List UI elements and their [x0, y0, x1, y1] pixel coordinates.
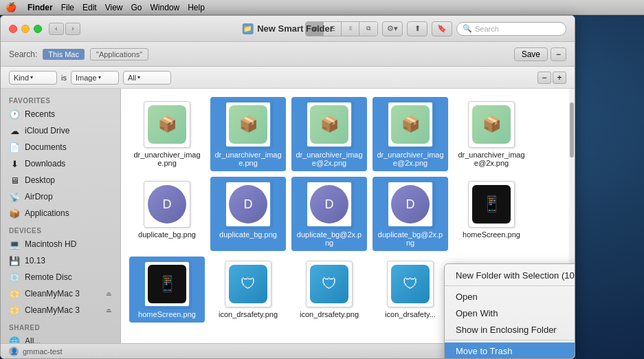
search-save-area: Save − — [514, 47, 566, 61]
save-button[interactable]: Save — [514, 47, 548, 61]
airdrop-label: AirDrop — [25, 192, 53, 202]
unarchiver-thumb: 📦 — [148, 105, 186, 144]
menu-edit[interactable]: Edit — [82, 3, 97, 12]
menu-go[interactable]: Go — [131, 3, 142, 12]
macintosh-hd-label: Macintosh HD — [25, 239, 76, 249]
recents-icon: 🕐 — [9, 109, 20, 120]
forward-button[interactable]: › — [65, 23, 80, 35]
chevron-down-icon-2: ▾ — [98, 74, 101, 80]
menu-view[interactable]: View — [105, 3, 123, 12]
ctx-open-with-label: Open With — [456, 308, 498, 318]
sidebar-item-documents[interactable]: 📄 Documents — [1, 139, 120, 155]
sidebar-item-applications[interactable]: 📦 Applications — [1, 205, 120, 221]
desktop-icon: 🖥 — [9, 175, 20, 186]
kind-filter[interactable]: Kind ▾ — [9, 71, 57, 85]
image-filter[interactable]: Image ▾ — [71, 71, 119, 85]
eject-icon-2[interactable]: ⏏ — [106, 307, 112, 314]
ctx-show-enclosing[interactable]: Show in Enclosing Folder — [445, 321, 575, 338]
file-item[interactable]: 📱 homeScreen.png — [129, 257, 205, 323]
scope-this-mac[interactable]: This Mac — [43, 49, 85, 60]
sidebar-item-macintosh-hd[interactable]: 💻 Macintosh HD — [1, 236, 120, 252]
documents-icon: 📄 — [9, 142, 20, 153]
titlebar: ‹ › 📁 New Smart Folder ⊞ ☰ ⫴ ⧉ ⚙▾ ⬆ 🔖 🔍 … — [1, 16, 575, 42]
view-cover-button[interactable]: ⧉ — [359, 22, 377, 36]
sidebar-item-airdrop[interactable]: 📡 AirDrop — [1, 188, 120, 205]
sidebar-item-recents[interactable]: 🕐 Recents — [1, 106, 120, 122]
menubar: 🍎 Finder File Edit View Go Window Help — [0, 0, 644, 15]
traffic-lights — [9, 25, 42, 33]
filter-plus-button[interactable]: + — [553, 72, 566, 84]
image-label: Image — [76, 74, 97, 82]
view-columns-button[interactable]: ⫴ — [342, 22, 359, 36]
remove-button[interactable]: − — [551, 47, 566, 61]
maximize-button[interactable] — [34, 25, 42, 33]
tag-button[interactable]: 🔖 — [432, 21, 452, 36]
10-13-label: 10.13 — [25, 256, 45, 265]
file-name: duplicate_bg@2x.png — [376, 230, 445, 247]
minimize-button[interactable] — [21, 25, 30, 33]
scope-applications[interactable]: "Applications" — [90, 48, 148, 61]
unarchiver-thumb: 📦 — [229, 105, 267, 144]
file-item[interactable]: 🛡 icon_drsafety.png — [291, 257, 367, 323]
file-name: duplicate_bg@2x.png — [295, 230, 364, 247]
ctx-open[interactable]: Open — [445, 288, 575, 305]
sidebar-item-downloads[interactable]: ⬇ Downloads — [1, 155, 120, 172]
duplicate-thumb: D — [148, 185, 186, 224]
sidebar-item-cleanmymac-2[interactable]: 📀 CleanMyMac 3 ⏏ — [1, 302, 120, 318]
duplicate-thumb: D — [229, 185, 267, 224]
file-name: icon_drsafety... — [385, 310, 436, 318]
menu-help[interactable]: Help — [188, 3, 205, 12]
home-thumb: 📱 — [148, 265, 186, 303]
menu-window[interactable]: Window — [151, 3, 180, 12]
devices-section: Devices 💻 Macintosh HD 💾 10.13 💿 Remote … — [1, 224, 120, 318]
drsafety-thumb: 🛡 — [391, 265, 430, 303]
status-user: gmmac-test — [23, 347, 62, 356]
cleanmymac-1-label: CleanMyMac 3 — [25, 289, 80, 298]
menu-file[interactable]: File — [61, 3, 74, 12]
all-filter[interactable]: All ▾ — [123, 71, 171, 85]
apple-menu[interactable]: 🍎 — [5, 2, 16, 12]
file-item[interactable]: D duplicate_bg@2x.png — [373, 177, 448, 251]
close-button[interactable] — [9, 25, 17, 33]
disc-icon: 💿 — [9, 272, 20, 283]
app-name[interactable]: Finder — [27, 3, 53, 12]
chevron-down-icon-3: ▾ — [137, 74, 140, 80]
file-item[interactable]: 📦 dr_unarchiver_image.png — [129, 97, 205, 171]
search-bar: Search: This Mac "Applications" Save − — [1, 42, 575, 67]
file-item[interactable]: D duplicate_bg@2x.png — [291, 177, 367, 251]
file-item[interactable]: 📦 dr_unarchiver_image@2x.png — [373, 97, 448, 171]
sidebar-item-icloud[interactable]: ☁ iCloud Drive — [1, 122, 120, 139]
file-item[interactable]: 🛡 icon_drsafety.png — [210, 257, 286, 323]
file-item[interactable]: 🛡 icon_drsafety... — [373, 257, 448, 323]
ctx-open-with[interactable]: Open With ▶ — [445, 305, 575, 321]
hd-icon: 💻 — [9, 239, 20, 250]
ctx-new-folder[interactable]: New Folder with Selection (10 Items) — [445, 267, 575, 283]
sidebar-item-desktop[interactable]: 🖥 Desktop — [1, 172, 120, 188]
file-name: icon_drsafety.png — [300, 310, 359, 318]
window-icon: 📁 — [242, 23, 253, 34]
sidebar-item-remote-disc[interactable]: 💿 Remote Disc — [1, 269, 120, 285]
sidebar-item-cleanmymac-1[interactable]: 📀 CleanMyMac 3 ⏏ — [1, 285, 120, 302]
sidebar-item-10-13[interactable]: 💾 10.13 — [1, 252, 120, 269]
file-item[interactable]: D duplicate_bg.png — [210, 177, 286, 251]
window-title-area: 📁 New Smart Folder — [242, 23, 333, 34]
ctx-move-trash[interactable]: Move to Trash — [445, 342, 575, 359]
file-item[interactable]: 📦 dr_unarchiver_image.png — [210, 97, 286, 171]
file-thumbnail: 📦 — [225, 101, 271, 148]
cleanmymac-icon-2: 📀 — [9, 305, 20, 316]
filter-bar: Kind ▾ is Image ▾ All ▾ − + — [1, 67, 575, 89]
scrollbar-thumb[interactable] — [570, 102, 574, 157]
filter-controls: − + — [537, 72, 566, 84]
search-box[interactable]: 🔍 Search — [456, 22, 566, 36]
applications-icon: 📦 — [9, 208, 20, 219]
chevron-down-icon: ▾ — [30, 74, 33, 80]
eject-icon-1[interactable]: ⏏ — [106, 290, 112, 297]
share-button[interactable]: ⬆ — [407, 21, 428, 36]
back-button[interactable]: ‹ — [49, 23, 64, 35]
filter-minus-button[interactable]: − — [537, 72, 551, 84]
file-item[interactable]: 📱 homeScreen.png — [454, 177, 529, 251]
file-item[interactable]: D duplicate_bg.png — [129, 177, 205, 251]
arrange-button[interactable]: ⚙▾ — [382, 21, 403, 36]
file-item[interactable]: 📦 dr_unarchiver_image@2x.png — [291, 97, 367, 171]
file-item[interactable]: 📦 dr_unarchiver_image@2x.png — [454, 97, 529, 171]
